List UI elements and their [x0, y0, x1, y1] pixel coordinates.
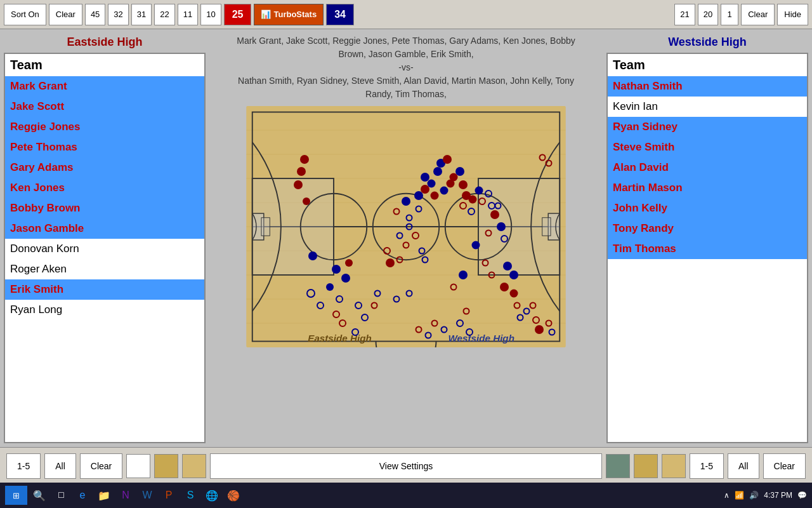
taskbar: ⊞ 🔍 ☐ e 📁 N W P S 🌐 🏀 ∧ 📶 🔊 4:37 PM 💬 — [0, 483, 812, 508]
left-player-2[interactable]: Reggie Jones — [5, 117, 204, 137]
turbostats-button[interactable]: 📊 TurboStats — [254, 4, 324, 25]
taskbar-folder-icon[interactable]: 📁 — [95, 486, 114, 505]
taskbar-ppt-icon[interactable]: P — [159, 486, 178, 505]
right-player-4[interactable]: Alan David — [608, 157, 807, 178]
taskbar-skype-icon[interactable]: S — [181, 486, 200, 505]
right-team-panel: Westside High TeamNathan SmithKevin IanR… — [603, 29, 812, 447]
left-player-10[interactable]: Erik Smith — [5, 279, 204, 300]
num-31: 31 — [131, 4, 152, 25]
right-team-title: Westside High — [606, 33, 808, 53]
right-player-2[interactable]: Ryan Sidney — [608, 117, 807, 137]
num-22: 22 — [154, 4, 174, 25]
swatch-left-2[interactable] — [154, 454, 178, 478]
num-45: 45 — [85, 4, 105, 25]
taskbar-up-arrow: ∧ — [724, 491, 730, 500]
clear-left-button[interactable]: Clear — [49, 4, 82, 25]
taskbar-cortana-icon[interactable]: ☐ — [51, 486, 70, 505]
matchup-line2: Nathan Smith, Ryan Sidney, Steve Smith, … — [238, 76, 574, 99]
score-left: 25 — [224, 4, 252, 25]
right-player-0[interactable]: Nathan Smith — [608, 76, 807, 97]
right-player-8[interactable]: Tim Thomas — [608, 239, 807, 259]
court-container: Eastside High Westside High — [238, 106, 574, 347]
right-player-list: TeamNathan SmithKevin IanRyan SidneyStev… — [606, 53, 808, 443]
taskbar-word-icon[interactable]: W — [138, 486, 157, 505]
num-10: 10 — [200, 4, 221, 25]
network-icon: 📶 — [735, 491, 744, 500]
right-team-header: Team — [608, 54, 807, 76]
svg-text:Eastside High: Eastside High — [308, 333, 371, 344]
right-player-1[interactable]: Kevin Ian — [608, 97, 807, 117]
left-player-3[interactable]: Pete Thomas — [5, 137, 204, 157]
left-player-list: TeamMark GrantJake ScottReggie JonesPete… — [4, 53, 206, 443]
svg-text:Westside High: Westside High — [449, 333, 514, 344]
taskbar-search-icon[interactable]: 🔍 — [30, 486, 49, 505]
bottom-toolbar: 1-5 All Clear View Settings 1-5 All Clea… — [0, 447, 812, 484]
left-all-button[interactable]: All — [44, 453, 76, 479]
matchup-vs: -vs- — [398, 62, 413, 72]
court-svg: Eastside High Westside High — [238, 106, 574, 347]
num-20: 20 — [698, 4, 718, 25]
left-player-4[interactable]: Gary Adams — [5, 157, 204, 178]
taskbar-app-icon[interactable]: 🏀 — [224, 486, 243, 505]
svg-rect-16 — [261, 218, 270, 236]
swatch-right-1[interactable] — [606, 454, 630, 478]
left-player-5[interactable]: Ken Jones — [5, 178, 204, 198]
top-toolbar: Sort On Clear 45 32 31 22 11 10 25 📊 Tur… — [0, 0, 812, 29]
right-1-5-button[interactable]: 1-5 — [690, 453, 724, 479]
view-settings-button[interactable]: View Settings — [210, 453, 601, 479]
right-player-3[interactable]: Steve Smith — [608, 137, 807, 157]
left-clear-button[interactable]: Clear — [80, 453, 122, 479]
taskbar-system-tray: ∧ 📶 🔊 4:37 PM 💬 — [724, 491, 807, 500]
volume-icon: 🔊 — [749, 491, 759, 500]
num-21: 21 — [674, 4, 695, 25]
left-player-7[interactable]: Jason Gamble — [5, 218, 204, 239]
left-player-1[interactable]: Jake Scott — [5, 97, 204, 117]
center-panel: Mark Grant, Jake Scott, Reggie Jones, Pe… — [209, 29, 603, 447]
turbostats-label: TurboStats — [273, 10, 317, 19]
taskbar-firefox-icon[interactable]: 🌐 — [202, 486, 221, 505]
turbostats-icon: 📊 — [261, 10, 271, 19]
hide-button[interactable]: Hide — [777, 4, 808, 25]
right-player-7[interactable]: Tony Randy — [608, 218, 807, 239]
swatch-left-1[interactable] — [126, 454, 150, 478]
start-button[interactable]: ⊞ — [5, 486, 27, 505]
num-1: 1 — [721, 4, 738, 25]
swatch-right-2[interactable] — [634, 454, 658, 478]
svg-rect-20 — [542, 218, 551, 236]
left-team-header: Team — [5, 54, 204, 76]
taskbar-onenote-icon[interactable]: N — [116, 486, 135, 505]
swatch-right-3[interactable] — [662, 454, 686, 478]
left-1-5-button[interactable]: 1-5 — [6, 453, 41, 479]
score-right: 34 — [326, 4, 354, 25]
swatch-left-3[interactable] — [182, 454, 206, 478]
left-player-0[interactable]: Mark Grant — [5, 76, 204, 97]
num-32: 32 — [108, 4, 128, 25]
sort-on-button[interactable]: Sort On — [4, 4, 46, 25]
left-player-8[interactable]: Donovan Korn — [5, 239, 204, 259]
num-11: 11 — [178, 4, 198, 25]
notification-icon: 💬 — [797, 491, 807, 500]
left-team-title: Eastside High — [4, 33, 206, 53]
right-clear-button[interactable]: Clear — [763, 453, 806, 479]
left-player-6[interactable]: Bobby Brown — [5, 198, 204, 218]
left-team-panel: Eastside High TeamMark GrantJake ScottRe… — [0, 29, 209, 447]
matchup-text: Mark Grant, Jake Scott, Reggie Jones, Pe… — [212, 32, 600, 104]
matchup-line1: Mark Grant, Jake Scott, Reggie Jones, Pe… — [237, 36, 575, 59]
right-player-5[interactable]: Martin Mason — [608, 178, 807, 198]
left-player-9[interactable]: Roger Aken — [5, 259, 204, 279]
taskbar-ie-icon[interactable]: e — [73, 486, 92, 505]
clock: 4:37 PM — [764, 491, 792, 500]
clear-right-button[interactable]: Clear — [741, 4, 775, 25]
right-all-button[interactable]: All — [728, 453, 759, 479]
main-content: Eastside High TeamMark GrantJake ScottRe… — [0, 29, 812, 447]
right-player-6[interactable]: John Kelly — [608, 198, 807, 218]
left-player-11[interactable]: Ryan Long — [5, 300, 204, 320]
